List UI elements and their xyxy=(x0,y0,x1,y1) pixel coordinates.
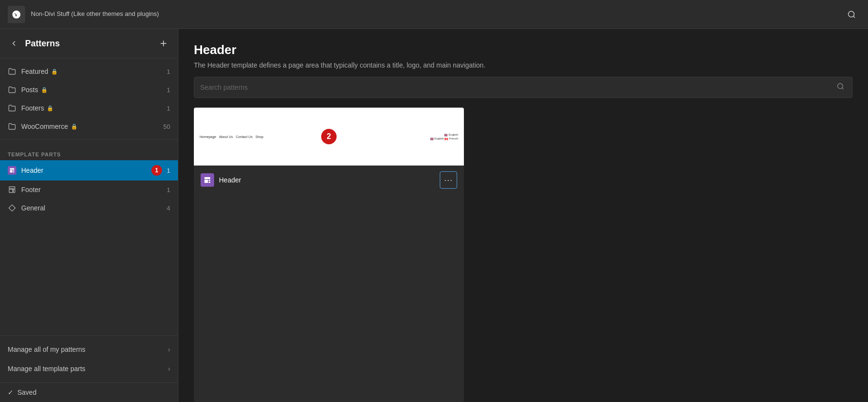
svg-rect-14 xyxy=(204,177,210,179)
sidebar: Patterns Featured 🔒 xyxy=(0,29,178,402)
sidebar-item-footers-count: 1 xyxy=(167,105,170,112)
svg-rect-15 xyxy=(204,180,208,183)
content-title: Header xyxy=(194,42,853,57)
sidebar-item-posts-count: 1 xyxy=(167,86,170,94)
search-input[interactable] xyxy=(200,83,835,91)
sidebar-title: Patterns xyxy=(25,39,60,49)
svg-rect-6 xyxy=(13,170,14,171)
svg-rect-16 xyxy=(209,180,210,181)
sidebar-item-footers[interactable]: Footers 🔒 1 xyxy=(0,99,178,117)
sidebar-item-footers-label: Footers 🔒 xyxy=(21,104,162,112)
sidebar-item-posts[interactable]: Posts 🔒 1 xyxy=(0,81,178,99)
content-header: Header The Header template defines a pag… xyxy=(178,29,868,77)
mini-lang: 🇬🇧 English 🇬🇧 English 🇨🇦 French xyxy=(430,133,458,140)
sidebar-nav: Featured 🔒 1 Posts 🔒 1 xyxy=(0,58,178,335)
sidebar-item-footer-label: Footer xyxy=(21,186,162,194)
svg-rect-4 xyxy=(10,168,14,170)
sidebar-item-posts-label: Posts 🔒 xyxy=(21,86,162,94)
sidebar-item-featured-count: 1 xyxy=(167,68,170,75)
sidebar-item-footer-count: 1 xyxy=(167,186,170,194)
svg-point-12 xyxy=(838,83,843,89)
topbar-search-button[interactable] xyxy=(843,6,860,23)
folder-icon xyxy=(8,85,16,94)
main-layout: Patterns Featured 🔒 xyxy=(0,29,868,402)
diamond-icon xyxy=(8,204,16,212)
manage-patterns-link[interactable]: Manage all of my patterns › xyxy=(0,340,178,359)
svg-rect-10 xyxy=(14,189,15,193)
sidebar-item-general-count: 4 xyxy=(167,205,170,212)
manage-patterns-label: Manage all of my patterns xyxy=(8,346,85,353)
content-subtitle: The Header template defines a page area … xyxy=(194,61,853,69)
pattern-card-label: Header xyxy=(219,176,241,184)
svg-line-1 xyxy=(853,16,854,17)
sidebar-item-featured-label: Featured 🔒 xyxy=(21,68,162,75)
lock-icon: 🔒 xyxy=(47,105,54,111)
lock-icon: 🔒 xyxy=(51,69,58,75)
chevron-right-icon: › xyxy=(168,365,170,373)
header-badge: 1 xyxy=(151,165,162,176)
main-content: Header The Header template defines a pag… xyxy=(178,29,868,402)
search-bar xyxy=(194,77,853,98)
folder-icon xyxy=(8,122,16,131)
sidebar-item-header-count: 1 xyxy=(167,167,170,174)
sidebar-header-left: Patterns xyxy=(8,37,60,50)
check-icon: ✓ xyxy=(8,388,14,396)
saved-bar: ✓ Saved xyxy=(0,382,178,402)
svg-rect-5 xyxy=(10,170,13,173)
pattern-card-icon xyxy=(201,173,214,187)
search-bar-wrap xyxy=(178,77,868,108)
wp-logo xyxy=(8,6,25,23)
sidebar-item-woocommerce[interactable]: WooCommerce 🔒 50 xyxy=(0,117,178,136)
pattern-card-footer: Header ··· xyxy=(194,166,464,194)
sidebar-item-woocommerce-count: 50 xyxy=(163,123,170,130)
manage-template-parts-link[interactable]: Manage all template parts › xyxy=(0,359,178,378)
saved-label: Saved xyxy=(17,388,37,396)
pattern-card-header[interactable]: Homepage About Us Contact Us Shop 🇬🇧 Eng… xyxy=(194,108,464,402)
svg-marker-11 xyxy=(9,205,15,211)
sidebar-divider xyxy=(0,139,178,140)
svg-rect-9 xyxy=(9,189,13,193)
svg-rect-7 xyxy=(13,172,14,173)
pattern-card-name-wrap: Header xyxy=(201,173,241,187)
mini-nav-links: Homepage About Us Contact Us Shop xyxy=(200,135,263,139)
manage-template-parts-label: Manage all template parts xyxy=(8,365,85,373)
sidebar-item-general[interactable]: General 4 xyxy=(0,199,178,217)
folder-icon xyxy=(8,104,16,112)
svg-rect-17 xyxy=(209,181,210,183)
lock-icon: 🔒 xyxy=(41,87,48,93)
wordpress-icon xyxy=(12,10,21,19)
pattern-options-button[interactable]: ··· xyxy=(440,171,457,189)
svg-point-0 xyxy=(848,11,854,17)
site-title: Non-Divi Stuff (Like other themes and pl… xyxy=(31,10,837,18)
patterns-grid: Homepage About Us Contact Us Shop 🇬🇧 Eng… xyxy=(178,108,868,402)
sidebar-item-general-label: General xyxy=(21,204,162,212)
svg-rect-8 xyxy=(9,187,15,189)
sidebar-item-header[interactable]: Header 1 1 xyxy=(0,160,178,180)
folder-icon xyxy=(8,67,16,76)
top-bar: Non-Divi Stuff (Like other themes and pl… xyxy=(0,0,868,29)
dots-icon: ··· xyxy=(444,175,453,185)
add-pattern-button[interactable] xyxy=(157,37,170,50)
pattern-preview: Homepage About Us Contact Us Shop 🇬🇧 Eng… xyxy=(194,108,464,166)
sidebar-item-woocommerce-label: WooCommerce 🔒 xyxy=(21,123,159,130)
svg-line-13 xyxy=(842,88,843,89)
sidebar-footer: Manage all of my patterns › Manage all t… xyxy=(0,335,178,382)
lock-icon: 🔒 xyxy=(71,124,78,130)
sidebar-item-featured[interactable]: Featured 🔒 1 xyxy=(0,62,178,81)
sidebar-back-button[interactable] xyxy=(8,37,20,50)
template-part-icon xyxy=(8,166,16,175)
sidebar-item-header-label: Header xyxy=(21,166,147,174)
chevron-right-icon: › xyxy=(168,346,170,353)
template-parts-section-label: TEMPLATE PARTS xyxy=(0,144,178,160)
template-part-icon xyxy=(8,185,16,194)
sidebar-item-footer[interactable]: Footer 1 xyxy=(0,180,178,199)
sidebar-header: Patterns xyxy=(0,29,178,58)
search-icon-button[interactable] xyxy=(835,81,846,94)
pattern-badge: 2 xyxy=(321,129,337,144)
